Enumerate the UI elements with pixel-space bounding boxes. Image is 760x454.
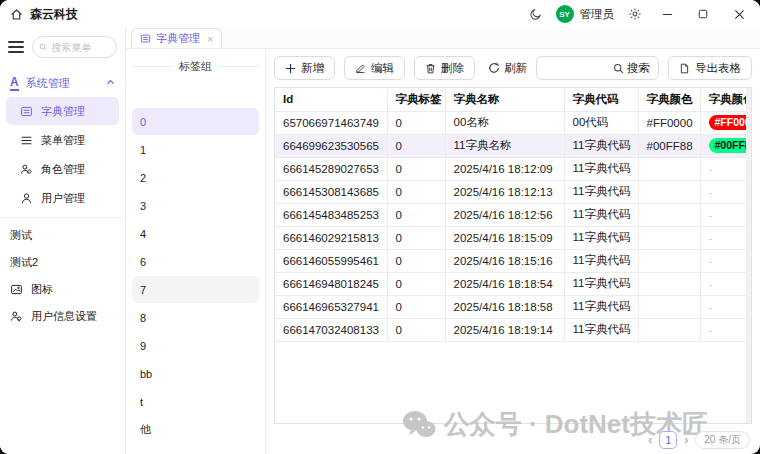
sidebar-item-用户管理[interactable]: 用户管理	[6, 184, 119, 212]
sidebar-item-角色管理[interactable]: 角色管理	[6, 155, 119, 183]
cell-code: 11字典代码	[564, 180, 638, 203]
cell-color-badge: -	[700, 180, 751, 203]
tab-close-icon[interactable]: ×	[207, 33, 213, 45]
tag-item[interactable]: 2	[132, 164, 259, 191]
tag-item[interactable]: 8	[132, 304, 259, 331]
search-button[interactable]: 搜索	[605, 61, 658, 76]
minimize-button[interactable]	[656, 4, 678, 24]
cell-color	[638, 180, 700, 203]
table-row[interactable]: 66614605599546102025/4/16 18:15:1611字典代码…	[275, 249, 751, 272]
app-title: 森云科技	[30, 6, 78, 23]
table-header-cell[interactable]: 字典颜色	[638, 88, 700, 111]
table-header-cell[interactable]: 字典名称	[445, 88, 564, 111]
sidebar-item-测试2[interactable]: 测试2	[6, 249, 119, 276]
pagination: ‹ 1 › 20 条/页	[648, 431, 750, 449]
tab-dict-management[interactable]: 字典管理 ×	[131, 28, 222, 48]
cell-code: 11字典代码	[564, 157, 638, 180]
sidebar: A 系统管理 字典管理菜单管理角色管理用户管理 测试测试2图标用户信息设置	[0, 28, 126, 454]
table-header-cell[interactable]: 字典代码	[564, 88, 638, 111]
tag-item[interactable]	[132, 80, 259, 107]
cell-id: 657066971463749	[275, 111, 387, 134]
sidebar-group-label: 系统管理	[26, 76, 70, 91]
sidebar-item-菜单管理[interactable]: 菜单管理	[6, 126, 119, 154]
export-button[interactable]: 导出表格	[668, 56, 752, 80]
table-row[interactable]: 657066971463749000名称00代码#FF0000#FF0000	[275, 111, 751, 134]
cell-code: 11字典代码	[564, 295, 638, 318]
tabbar: 字典管理 ×	[126, 28, 760, 49]
dict-icon	[140, 33, 151, 44]
page-number[interactable]: 1	[659, 431, 677, 449]
tag-item[interactable]: 他	[132, 416, 259, 443]
delete-button[interactable]: 删除	[414, 56, 475, 80]
table-row[interactable]: 66614548348525302025/4/16 18:12:5611字典代码…	[275, 203, 751, 226]
document-icon	[679, 63, 690, 74]
user-name[interactable]: 管理员	[580, 7, 615, 22]
table-row[interactable]: 66614696532794102025/4/16 18:18:5811字典代码…	[275, 295, 751, 318]
edit-button[interactable]: 编辑	[344, 56, 405, 80]
tag-item[interactable]: bb	[132, 360, 259, 387]
table-row[interactable]: 66614703240813302025/4/16 18:19:1411字典代码…	[275, 318, 751, 341]
sidebar-item-图标[interactable]: 图标	[6, 276, 119, 303]
cell-id: 666146029215813	[275, 226, 387, 249]
empty-dash: -	[709, 301, 713, 313]
tag-item[interactable]: 3	[132, 192, 259, 219]
home-icon[interactable]	[10, 8, 23, 21]
tag-item[interactable]: 4	[132, 220, 259, 247]
cell-name: 11字典名称	[445, 134, 564, 157]
cell-name: 2025/4/16 18:12:13	[445, 180, 564, 203]
menu-toggle-hamburger-icon[interactable]	[8, 41, 24, 53]
tag-item[interactable]: 7	[132, 276, 259, 303]
table-header-cell[interactable]: 字典颜色	[700, 88, 751, 111]
theme-moon-icon[interactable]	[529, 8, 542, 21]
tag-item[interactable]: t	[132, 388, 259, 415]
cell-name: 2025/4/16 18:12:09	[445, 157, 564, 180]
refresh-button[interactable]: 刷新	[488, 61, 527, 76]
pencil-icon	[355, 63, 366, 74]
table-search-box: 搜索	[536, 56, 659, 80]
user-avatar[interactable]: SY	[556, 5, 574, 23]
cell-color-badge: -	[700, 272, 751, 295]
tag-item[interactable]: 9	[132, 332, 259, 359]
cell-color-badge: -	[700, 203, 751, 226]
table-row[interactable]: 66614530814368502025/4/16 18:12:1311字典代码…	[275, 180, 751, 203]
main-panel: 新增 编辑 删除 刷新	[266, 49, 760, 454]
tag-item[interactable]: 1	[132, 136, 259, 163]
table-scrollbar[interactable]	[746, 88, 751, 423]
sidebar-search-input[interactable]	[51, 42, 110, 53]
next-page-chevron-icon[interactable]: ›	[684, 433, 688, 447]
tag-item[interactable]: 6	[132, 248, 259, 275]
cell-color: #FF0000	[638, 111, 700, 134]
page-size-select[interactable]: 20 条/页	[695, 431, 750, 449]
table-header-cell[interactable]: Id	[275, 88, 387, 111]
empty-dash: -	[709, 163, 713, 175]
table-row[interactable]: 66614528902765302025/4/16 18:12:0911字典代码…	[275, 157, 751, 180]
cell-id: 666146948018245	[275, 272, 387, 295]
empty-dash: -	[709, 255, 713, 267]
table-row[interactable]: 66614694801824502025/4/16 18:18:5411字典代码…	[275, 272, 751, 295]
cell-color	[638, 203, 700, 226]
cell-code: 00代码	[564, 111, 638, 134]
table-search-input[interactable]	[537, 62, 605, 74]
sidebar-search[interactable]	[32, 36, 117, 58]
table-row[interactable]: 664699623530565011字典名称11字典代码#00FF88#00FF…	[275, 134, 751, 157]
maximize-button[interactable]	[692, 4, 714, 24]
add-button[interactable]: 新增	[274, 56, 335, 80]
close-button[interactable]	[728, 4, 750, 24]
color-badge: #FF0000	[709, 115, 751, 130]
tag-item[interactable]: 0	[132, 108, 259, 135]
sidebar-group-system[interactable]: A 系统管理	[6, 70, 119, 96]
prev-page-chevron-icon[interactable]: ‹	[648, 433, 652, 447]
trash-icon	[425, 63, 436, 74]
cell-id: 666145483485253	[275, 203, 387, 226]
cell-tag: 0	[387, 318, 445, 341]
settings-gear-icon[interactable]	[628, 7, 642, 21]
cell-code: 11字典代码	[564, 249, 638, 272]
cell-color	[638, 157, 700, 180]
table-row[interactable]: 66614602921581302025/4/16 18:15:0911字典代码…	[275, 226, 751, 249]
cell-color-badge: -	[700, 318, 751, 341]
cell-color-badge: #FF0000	[700, 111, 751, 134]
sidebar-item-测试[interactable]: 测试	[6, 222, 119, 249]
table-header-cell[interactable]: 字典标签	[387, 88, 445, 111]
sidebar-item-字典管理[interactable]: 字典管理	[6, 97, 119, 125]
sidebar-item-用户信息设置[interactable]: 用户信息设置	[6, 303, 119, 330]
